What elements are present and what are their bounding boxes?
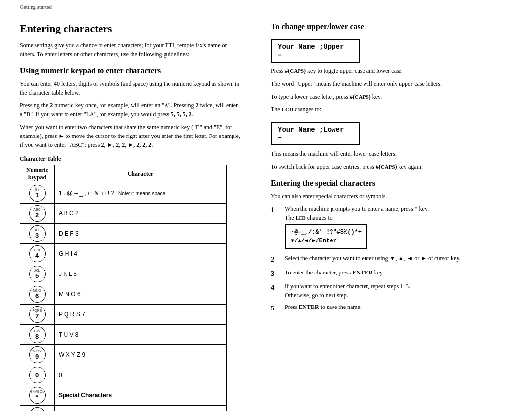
char-cell: W X Y Z 9 (55, 345, 227, 365)
char-table-title: Character Table (20, 155, 241, 163)
keypad-button: MNO6 (29, 286, 46, 303)
table-row: MNO6M N O 6 (20, 284, 227, 305)
table-row: GHI4G H I 4 (20, 244, 227, 264)
keypad-cell: ABC2 (20, 204, 55, 224)
col-header-character: Character (55, 165, 227, 183)
table-note: Note: □ means space. (118, 191, 166, 196)
table-row: WXYZ9W X Y Z 9 (20, 345, 227, 365)
char-cell: J K L 5 (55, 264, 227, 284)
keypad-cell: TUV8 (20, 325, 55, 345)
char-cell: 1 . @ – _ , / : & ' □ ! ?Note: □ means s… (55, 183, 227, 204)
keypad-cell: GHI4 (20, 244, 55, 264)
char-cell: G H I 4 (55, 244, 227, 264)
special-chars-p: You can also enter special characters or… (271, 192, 512, 201)
upper-lower-title: To change upper/lower case (271, 22, 512, 31)
table-row: TUV8T U V 8 (20, 325, 227, 345)
keypad-button: GHI4 (29, 245, 46, 262)
step-sub: Otherwise, go to next step. (285, 291, 410, 300)
col-header-keypad: Numerickeypad (20, 165, 55, 183)
page-header: Getting started (0, 0, 532, 12)
section1-p1: You can enter 40 letters, digits or symb… (20, 79, 241, 97)
page: Getting started Entering characters Some… (0, 0, 532, 411)
keypad-button: CAPS# (29, 407, 46, 411)
keypad-cell: 0-/1 (20, 183, 55, 204)
table-row: CAPS#Caps Lock (20, 406, 227, 411)
step-number: 3 (271, 268, 282, 279)
table-row: SYMBOL*Special Characters (20, 385, 227, 406)
table-row: DEF3D E F 3 (20, 224, 227, 244)
table-row: 00 (20, 365, 227, 385)
keypad-cell: WXYZ9 (20, 345, 55, 365)
table-row: PQRS7P Q R S 7 (20, 305, 227, 325)
char-cell: 0 (55, 365, 227, 385)
step-text: When the machine prompts you to enter a … (285, 205, 429, 251)
section1-p2: Pressing the 2 numeric key once, for exa… (20, 101, 241, 119)
keypad-cell: DEF3 (20, 224, 55, 244)
screen-upper: Your Name ;Upper – (271, 39, 360, 63)
section1-title: Using numeric keypad to enter characters (20, 67, 241, 75)
step-number: 2 (271, 254, 282, 265)
char-cell: M N O 6 (55, 284, 227, 305)
step-text: If you want to enter other character, re… (285, 282, 410, 300)
step-sub: The LCD changes to: (285, 213, 429, 222)
header-text: Getting started (20, 4, 52, 10)
keypad-cell: CAPS# (20, 406, 55, 411)
right-p2: The word "Upper" means the machine will … (271, 79, 512, 88)
keypad-button: ABC2 (29, 205, 46, 222)
steps-list: 1When the machine prompts you to enter a… (271, 205, 512, 314)
keypad-button: DEF3 (29, 225, 46, 242)
right-p5: This means the machine will enter lower-… (271, 149, 512, 158)
step-text: To enter the character, press ENTER key. (285, 268, 384, 279)
screen-upper-text: Your Name ;Upper (278, 43, 344, 51)
right-p6: To switch back for upper-case entries, p… (271, 162, 512, 171)
step-item: 4If you want to enter other character, r… (271, 282, 512, 300)
table-row: ABC2A B C 2 (20, 204, 227, 224)
intro-text: Some settings give you a chance to enter… (20, 41, 241, 59)
step-number: 4 (271, 282, 282, 300)
char-cell: P Q R S 7 (55, 305, 227, 325)
screen-lower: Your Name ;Lower – (271, 122, 360, 145)
screen-upper-cursor: – (278, 51, 353, 59)
keypad-button: WXYZ9 (29, 346, 46, 363)
screen-lower-cursor: – (278, 134, 353, 141)
step-text: Select the character you want to enter u… (285, 254, 461, 265)
content-area: Entering characters Some settings give y… (0, 12, 532, 411)
special-chars-title: Entering the special characters (271, 179, 512, 188)
step-text: Press ENTER to save the name. (285, 303, 362, 314)
keypad-button: JKL5 (29, 266, 46, 282)
step-item: 3To enter the character, press ENTER key… (271, 268, 512, 279)
keypad-cell: PQRS7 (20, 305, 55, 325)
char-cell: Caps Lock (55, 406, 227, 411)
char-cell: Special Characters (55, 385, 227, 406)
keypad-button: 0-/1 (29, 185, 46, 202)
keypad-button: SYMBOL* (29, 387, 46, 404)
table-row: 0-/11 . @ – _ , / : & ' □ ! ?Note: □ mea… (20, 183, 227, 204)
char-cell: T U V 8 (55, 325, 227, 345)
page-title: Entering characters (20, 22, 241, 35)
keypad-cell: 0 (20, 365, 55, 385)
keypad-button: TUV8 (29, 326, 46, 343)
special-chars-box: ·@–_,/:&' !?"#$%()*+▼/▲/◄/►/Enter (285, 224, 367, 249)
step-item: 1When the machine prompts you to enter a… (271, 205, 512, 251)
keypad-button: 0 (29, 367, 46, 383)
char-cell: D E F 3 (55, 224, 227, 244)
right-column: To change upper/lower case Your Name ;Up… (256, 12, 532, 411)
keypad-cell: SYMBOL* (20, 385, 55, 406)
right-p4: The LCD changes to: (271, 105, 512, 114)
right-p1: Press #(CAPS) key to toggle upper case a… (271, 67, 512, 75)
step-item: 2Select the character you want to enter … (271, 254, 512, 265)
step-number: 5 (271, 303, 282, 314)
left-column: Entering characters Some settings give y… (0, 12, 256, 411)
step-item: 5Press ENTER to save the name. (271, 303, 512, 314)
right-p3: To type a lower-case letter, press #(CAP… (271, 92, 512, 101)
keypad-button: PQRS7 (29, 306, 46, 323)
char-cell: A B C 2 (55, 204, 227, 224)
screen-lower-text: Your Name ;Lower (278, 126, 344, 134)
section1-p3: When you want to enter two characters th… (20, 123, 241, 149)
keypad-cell: MNO6 (20, 284, 55, 305)
step-number: 1 (271, 205, 282, 251)
character-table: Numerickeypad Character 0-/11 . @ – _ , … (20, 165, 227, 411)
keypad-cell: JKL5 (20, 264, 55, 284)
table-row: JKL5J K L 5 (20, 264, 227, 284)
